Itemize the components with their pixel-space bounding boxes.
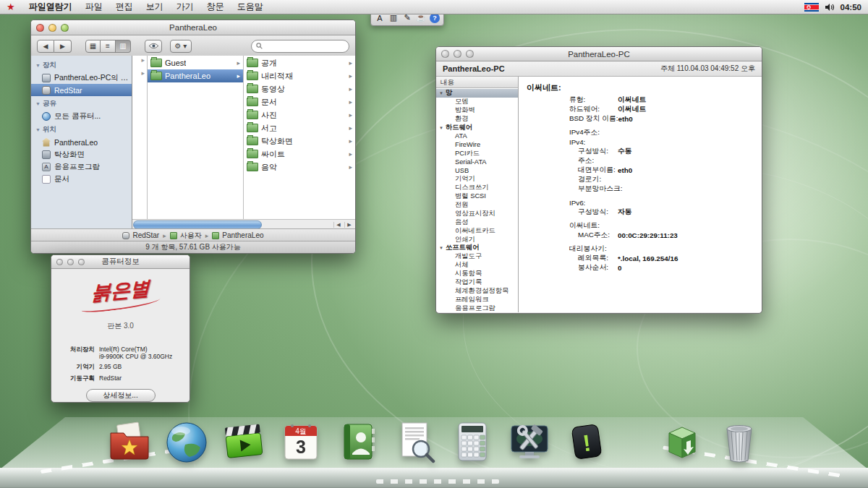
volume-icon[interactable] [825, 3, 835, 12]
disclosure-triangle-icon[interactable]: ▼ [439, 91, 443, 95]
dock-item-web-browser[interactable] [163, 419, 210, 465]
search-field[interactable] [251, 40, 349, 53]
column-item[interactable]: 공개▸ [244, 56, 355, 69]
quicklook-button[interactable] [145, 40, 162, 53]
sidebar-section-header[interactable]: ▼공유 [31, 96, 132, 110]
disclosure-triangle-icon[interactable]: ▼ [439, 246, 443, 250]
profiler-tree-item[interactable]: 기억기 [436, 175, 518, 184]
menu-item-2[interactable]: 편집 [109, 1, 140, 13]
zoom-button[interactable] [61, 24, 69, 32]
menubar-clock[interactable]: 04:50 [841, 3, 861, 12]
sidebar-item[interactable]: A응용프로그람 [31, 160, 132, 173]
profiler-tree-item[interactable]: 디스크쓰기 [436, 184, 518, 192]
action-menu-button[interactable]: ⚙ ▾ [170, 40, 192, 53]
profiler-tree-item[interactable]: 모뎀 [436, 98, 518, 106]
sidebar-item[interactable]: RedStar [31, 84, 132, 96]
dock-item-address-book[interactable] [335, 419, 381, 465]
dock-item-problem-reporter[interactable]: ! [563, 419, 610, 465]
profiler-tree-item[interactable]: ▼망 [436, 89, 518, 98]
profiler-tree-item[interactable]: PCI카드 [436, 149, 518, 158]
minimize-button[interactable] [454, 50, 461, 58]
dock-item-software-installer[interactable] [659, 419, 705, 465]
dock-item-utilities[interactable] [506, 419, 553, 465]
profiler-tree-item[interactable]: ▼쏘프트웨어 [436, 244, 518, 252]
profiler-titlebar[interactable]: PantheraLeo-PC [436, 47, 762, 61]
sidebar-section-header[interactable]: ▼장치 [31, 58, 132, 72]
column-item[interactable]: 탁상화면▸ [244, 134, 355, 147]
contents-header[interactable]: 내용 [436, 77, 518, 88]
list-view-button[interactable]: ≡ [101, 40, 116, 53]
horizontal-scrollbar[interactable]: ◀ ▶ [132, 219, 355, 229]
column-redstar[interactable]: ▸ ▸ [132, 56, 148, 229]
dock-item-trash[interactable] [716, 419, 762, 465]
zoom-button[interactable] [466, 50, 474, 58]
pathbar-item[interactable]: RedStar [122, 231, 159, 239]
profiler-tree-item[interactable]: 인쇄기 [436, 235, 518, 244]
scroll-right-button[interactable]: ▶ [344, 222, 354, 228]
profiler-tree-item[interactable]: 영상표시장치 [436, 209, 518, 218]
profiler-tree-item[interactable]: 시동항목 [436, 270, 518, 278]
column-item[interactable]: 음악▸ [244, 160, 355, 174]
profiler-tree-item[interactable]: 서체 [436, 261, 518, 270]
menu-item-3[interactable]: 보기 [140, 1, 170, 13]
dock-item-file-manager[interactable] [106, 419, 153, 465]
about-titlebar[interactable]: 콤퓨터정보 [51, 255, 190, 269]
sidebar-section-header[interactable]: ▼위치 [31, 122, 132, 136]
profiler-tree-item[interactable]: ATA [436, 132, 518, 140]
column-item[interactable]: 동영상▸ [244, 82, 355, 95]
profiler-tree-item[interactable]: 응용프로그람 [436, 304, 518, 312]
minimize-button[interactable] [67, 259, 74, 265]
profiler-tree-item[interactable]: 이써네트카드 [436, 226, 518, 235]
profiler-tree-item[interactable]: 음성 [436, 218, 518, 226]
sidebar-item[interactable]: 탁상화면 [31, 148, 132, 160]
back-button[interactable]: ◀ [37, 40, 54, 53]
profiler-tree-item[interactable]: 병렬 SCSI [436, 192, 518, 201]
sidebar-item[interactable]: 모든 콤퓨터... [31, 110, 132, 122]
menu-item-5[interactable]: 창문 [200, 1, 231, 13]
disclosure-triangle-icon[interactable]: ▼ [439, 126, 443, 130]
profiler-tree-item[interactable]: FireWire [436, 140, 518, 149]
redstar-menu-icon[interactable]: ★ [0, 1, 22, 12]
profiler-tree-item[interactable]: 프레임워크 [436, 295, 518, 304]
profiler-tree-item[interactable]: USB [436, 166, 518, 175]
profiler-tree-item[interactable]: 환경 [436, 115, 518, 124]
profiler-tree-item[interactable]: Serial-ATA [436, 158, 518, 166]
minimize-button[interactable] [48, 24, 56, 32]
column-view-button[interactable]: ▥ [116, 40, 131, 53]
menu-item-6[interactable]: 도움말 [231, 1, 270, 13]
column-item[interactable]: 싸이트▸ [244, 147, 355, 160]
column-item[interactable]: PantheraLeo▸ [148, 69, 243, 82]
scroll-left-button[interactable]: ◀ [333, 222, 343, 228]
dock-item-document-viewer[interactable] [392, 419, 438, 465]
sidebar-item[interactable]: PantheraLeo-PC의 콤퓨터 [31, 72, 132, 84]
sidebar-item[interactable]: 문서 [31, 173, 132, 185]
profiler-tree-item[interactable]: 방화벽 [436, 106, 518, 115]
sidebar-item[interactable]: PantheraLeo [31, 136, 132, 148]
menu-item-1[interactable]: 파일 [79, 1, 109, 13]
icon-view-button[interactable]: ▦ [85, 40, 101, 53]
column-item[interactable]: 서고▸ [244, 121, 355, 134]
column-item[interactable]: 내리적재▸ [244, 69, 355, 82]
finder-titlebar[interactable]: PantheraLeo [31, 20, 355, 35]
dock-item-calculator[interactable] [449, 419, 495, 465]
dock-item-calendar[interactable]: 4월3 [278, 419, 324, 465]
close-button[interactable] [56, 259, 63, 265]
pathbar-item[interactable]: PantheraLeo [212, 231, 263, 239]
close-button[interactable] [441, 50, 449, 58]
forward-button[interactable]: ▶ [54, 40, 72, 53]
close-button[interactable] [36, 24, 44, 32]
profiler-tree-item[interactable]: ▼하드웨어 [436, 124, 518, 132]
profiler-tree-item[interactable]: 작업기록 [436, 278, 518, 287]
zoom-button[interactable] [78, 259, 85, 265]
menu-item-4[interactable]: 가기 [170, 1, 200, 13]
column-item[interactable]: 문서▸ [244, 95, 355, 108]
profiler-tree-item[interactable]: 개발도구 [436, 252, 518, 261]
column-item[interactable]: Guest▸ [148, 56, 243, 69]
menu-item-0[interactable]: 파일열람기 [22, 1, 79, 13]
pathbar-item[interactable]: 사용자 [170, 231, 202, 241]
search-input[interactable] [265, 41, 333, 51]
dock-item-media-player[interactable] [221, 419, 267, 465]
profiler-tree-item[interactable]: 전원 [436, 201, 518, 210]
dprk-flag-icon[interactable] [804, 3, 819, 12]
column-item[interactable]: 사진▸ [244, 108, 355, 121]
